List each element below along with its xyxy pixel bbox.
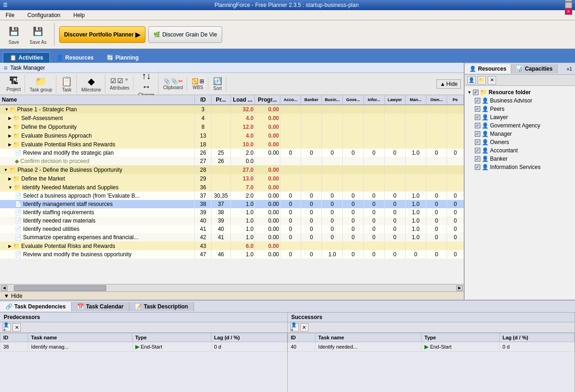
succ-add-button[interactable]: 👤+ bbox=[291, 323, 299, 332]
table-row[interactable]: 📄 Identify staffing requirements 39 38 1… bbox=[0, 208, 464, 217]
task-pr: 40 bbox=[212, 225, 231, 233]
clipboard-tool[interactable]: 📎📎✂ Clipboard bbox=[159, 77, 187, 91]
pred-id: 38 bbox=[0, 342, 28, 352]
folder-checkbox[interactable]: ✓ bbox=[473, 90, 478, 95]
res-delete-button[interactable]: ✕ bbox=[488, 76, 496, 84]
res-folder-button[interactable]: 📁 bbox=[478, 76, 486, 84]
tab-resources-panel[interactable]: 👤 Resources bbox=[465, 64, 511, 73]
item-checkbox[interactable]: ✓ bbox=[475, 115, 480, 120]
attributes-tool[interactable]: ☑☑ ▼ Attributes bbox=[106, 76, 133, 91]
table-row[interactable]: ▶ 📁 Self-Assessment 4 4.0 0.00 bbox=[0, 114, 464, 122]
table-row[interactable]: 📄 Identify needed raw materials 40 39 1.… bbox=[0, 217, 464, 225]
table-row[interactable]: ◆ Confirm decision to proceed 27 26 0.0 bbox=[0, 157, 464, 165]
change-tool[interactable]: ↑↓↔ Change bbox=[134, 70, 158, 98]
close-button[interactable]: ✕ bbox=[565, 8, 572, 15]
tab-planning[interactable]: 🔄 Planning bbox=[100, 53, 145, 63]
tab-task-description[interactable]: 📝 Task Description bbox=[129, 302, 194, 311]
expand-icon[interactable]: ▶ bbox=[8, 116, 12, 121]
table-row[interactable]: 📄 Identify needed utilities 41 40 1.0 0.… bbox=[0, 225, 464, 233]
hide-button[interactable]: ▲ Hide bbox=[436, 79, 461, 89]
table-row[interactable]: ▶ 📁 Evaluate Potential Risks and Rewards… bbox=[0, 140, 464, 149]
list-item[interactable]: ✓ 👤 Banker bbox=[466, 155, 573, 163]
resource-tree: ▼ ✓ 📁 Resource folder ✓ 👤 Business Advis… bbox=[465, 86, 575, 300]
item-checkbox[interactable]: ✓ bbox=[475, 139, 480, 145]
expand-icon[interactable]: ▶ bbox=[8, 176, 12, 181]
expand-icon[interactable]: ▶ bbox=[8, 244, 12, 248]
expand-icon[interactable]: ▶ bbox=[8, 142, 12, 147]
table-row[interactable]: ▶ 📁 Define the Opportunity 8 12.0 0.00 bbox=[0, 122, 464, 131]
table-row[interactable]: ▼ 📁 Identify Needed Materials and Suppli… bbox=[0, 183, 464, 192]
item-checkbox[interactable]: ✓ bbox=[475, 98, 480, 103]
table-row[interactable]: 📄 Select a business approach (from 'Eval… bbox=[0, 192, 464, 200]
successors-table: ID Task name Type Lag (d / %) 40 Identif… bbox=[288, 333, 575, 392]
expand-icon[interactable]: ▼ bbox=[5, 107, 9, 112]
task-tool[interactable]: 📋 Task bbox=[57, 75, 77, 93]
item-checkbox[interactable]: ✓ bbox=[475, 106, 480, 112]
menu-configuration[interactable]: Configuration bbox=[24, 11, 64, 19]
milestone-tool[interactable]: ◆ Milestone bbox=[78, 75, 105, 93]
tab-task-calendar[interactable]: 📅 Task Calendar bbox=[72, 302, 129, 311]
list-item[interactable]: ✓ 👤 Peers bbox=[466, 105, 573, 113]
discover-grain-button[interactable]: 🌿 Discover Grain De Vie bbox=[148, 26, 222, 43]
item-checkbox[interactable]: ✓ bbox=[475, 131, 480, 137]
sort-tool[interactable]: 🔃 Sort bbox=[209, 76, 226, 92]
list-item[interactable]: 40 Identify needed... ▶ End-Start 0 d bbox=[288, 342, 575, 352]
pred-col-name: Task name bbox=[28, 333, 132, 342]
menu-file[interactable]: File bbox=[2, 11, 18, 19]
scroll-thumb[interactable] bbox=[14, 285, 106, 291]
scroll-right[interactable]: ▶ bbox=[456, 285, 463, 291]
list-item[interactable]: ✓ 👤 Accountant bbox=[466, 146, 573, 155]
task-manager-icon: ≡ bbox=[4, 64, 7, 72]
tab-activities[interactable]: 📋 Activities bbox=[3, 52, 50, 63]
expand-icon[interactable]: ▶ bbox=[8, 125, 12, 129]
table-row[interactable]: ▶ 📁 Evaluate Business Approach 13 4.0 0.… bbox=[0, 131, 464, 140]
bottom-hide-row[interactable]: ▼ Hide bbox=[0, 291, 464, 300]
res-add-button[interactable]: 👤 bbox=[467, 76, 476, 84]
item-checkbox[interactable]: ✓ bbox=[475, 148, 480, 153]
item-checkbox[interactable]: ✓ bbox=[475, 156, 480, 162]
task-name: Select a business approach (from 'Evalua… bbox=[23, 193, 139, 199]
pred-delete-button[interactable]: ✕ bbox=[12, 323, 21, 332]
table-row[interactable]: 📄 Identify management staff resources 38… bbox=[0, 200, 464, 208]
tab-task-dependencies[interactable]: 🔗 Task Dependencies bbox=[0, 302, 72, 311]
table-row[interactable]: ▶ 📁 Define the Market 29 13.0 0.00 bbox=[0, 174, 464, 183]
table-row[interactable]: 📄 Review and modify the business opportu… bbox=[0, 250, 464, 259]
table-row[interactable]: ▶ 📁 Evaluate Potential Risks and Rewards… bbox=[0, 241, 464, 250]
right-tab-more[interactable]: »1 bbox=[564, 65, 575, 73]
list-item[interactable]: ✓ 👤 Information Services bbox=[466, 163, 573, 171]
titlebar-controls: ─ □ ✕ bbox=[565, 0, 572, 15]
list-item[interactable]: ✓ 👤 Lawyer bbox=[466, 113, 573, 121]
item-checkbox[interactable]: ✓ bbox=[475, 123, 480, 128]
table-row[interactable]: 📄 Review and modify the strategic plan 2… bbox=[0, 149, 464, 157]
succ-delete-button[interactable]: ✕ bbox=[300, 323, 309, 332]
task-icon: 📄 bbox=[15, 234, 22, 241]
taskgroup-tool[interactable]: 📁 Task group bbox=[26, 75, 56, 93]
expand-icon[interactable]: ▶ bbox=[8, 133, 12, 138]
list-item[interactable]: ✓ 👤 Manager bbox=[466, 130, 573, 138]
folder-expand[interactable]: ▼ bbox=[467, 90, 472, 95]
discover-portfolio-button[interactable]: Discover Portfolio Planner ▶ bbox=[59, 26, 146, 43]
maximize-button[interactable]: □ bbox=[565, 2, 572, 8]
table-row[interactable]: 📄 Summarize operating expenses and finan… bbox=[0, 233, 464, 241]
tab-resources[interactable]: 👤 Resources bbox=[50, 53, 100, 63]
table-row[interactable]: ▼ 📁 Phase 2 - Define the Business Opport… bbox=[0, 165, 464, 174]
item-checkbox[interactable]: ✓ bbox=[475, 164, 480, 170]
tab-capacities-panel[interactable]: 📊 Capacities bbox=[511, 64, 557, 73]
horizontal-scrollbar[interactable]: ◀ ▶ bbox=[0, 284, 464, 291]
pred-add-button[interactable]: 👤+ bbox=[3, 323, 11, 332]
list-item[interactable]: ✓ 👤 Government Agency bbox=[466, 121, 573, 130]
list-item[interactable]: 38 Identify manag... ▶ End-Start 0 d bbox=[0, 342, 287, 352]
menu-help[interactable]: Help bbox=[70, 11, 89, 19]
save-button[interactable]: 💾 Save bbox=[4, 23, 24, 46]
table-row[interactable]: ▼ 📁 Phase 1 - Strategic Plan 3 32.0 0.00 bbox=[0, 105, 464, 114]
task-id: 40 bbox=[195, 217, 212, 225]
saveas-button[interactable]: 💾 Save As bbox=[27, 23, 49, 46]
task-prog: 0.00 bbox=[254, 192, 280, 200]
expand-icon[interactable]: ▼ bbox=[4, 168, 8, 172]
scroll-left[interactable]: ◀ bbox=[1, 285, 7, 291]
wbs-tool[interactable]: 🔁⊞ WBS bbox=[188, 77, 208, 91]
expand-icon[interactable]: ▼ bbox=[8, 185, 12, 190]
list-item[interactable]: ✓ 👤 Owners bbox=[466, 138, 573, 146]
list-item[interactable]: ✓ 👤 Business Advisor bbox=[466, 96, 573, 105]
project-tool[interactable]: 🏗 Project bbox=[3, 75, 25, 93]
